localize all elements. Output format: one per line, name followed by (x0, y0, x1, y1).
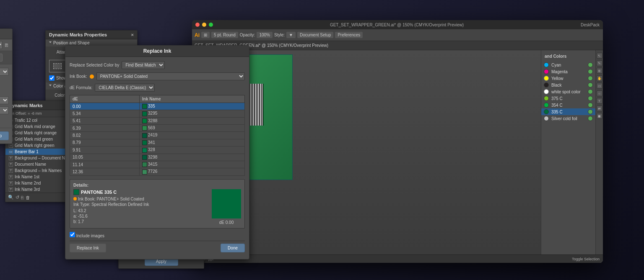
ink-swatch-2419 (142, 133, 147, 138)
color-black: Black (541, 82, 595, 88)
toolbar-round[interactable]: 5 pt. Round (211, 32, 238, 38)
dm-label-trafic: Trafic 12 col (15, 118, 37, 123)
tool-swap[interactable]: ⇄ (597, 105, 602, 111)
dm-properties-title: Dynamic Marks Properties (49, 32, 107, 37)
trap-preset-select[interactable]: Default (0, 41, 3, 49)
ink-name-cell: 3295 (140, 110, 245, 117)
ink-book-detail-label: Ink Book: PANTONE+ Solid Coated (78, 197, 144, 201)
details-right: dE 0.00 (212, 189, 241, 225)
tool-arrow[interactable]: ↖ (597, 53, 602, 59)
ink-book-detail: Ink Book: PANTONE+ Solid Coated (73, 197, 208, 202)
minimize-button[interactable] (202, 23, 206, 27)
de-formula-row: dE Formula: CIELAB Delta E (Classic) (70, 84, 245, 92)
dm-label-ink1: Ink Name 1st (15, 175, 39, 179)
white-spot-swatch (544, 89, 549, 94)
replace-ink-button[interactable]: Replace Ink (70, 244, 106, 252)
document-setup-button[interactable]: Document Setup (297, 32, 334, 38)
color-cyan: Cyan (541, 62, 595, 68)
335c-indicator (588, 109, 593, 114)
toolbar-grid[interactable]: ⊞ (201, 32, 210, 38)
table-row[interactable]: 12.36 7726 (70, 168, 245, 175)
toolbar-opacity-value[interactable]: 100% (257, 32, 273, 38)
details-left: PANTONE 335 C Ink Book: PANTONE+ Solid C… (73, 189, 208, 225)
app-content: ←25→ and Colors Cyan Magenta (192, 50, 603, 263)
pull-back-select[interactable]: Automatic (0, 106, 9, 114)
dm-refresh-icon[interactable]: ↺ (16, 195, 19, 200)
dm-properties-close[interactable]: × (131, 32, 134, 37)
app-titlebar: GET_SET_WRAPPER_GREEN.ai* @ 150% (CMYK/O… (192, 20, 603, 29)
preferences-button[interactable]: Preferences (335, 32, 363, 38)
trap-right-buttons: Cancel Trap (0, 131, 9, 140)
de-formula-select[interactable]: CIELAB Delta E (Classic) (95, 84, 155, 92)
tool-hand[interactable]: ✋ (597, 75, 602, 81)
de-value-label: dE 0.00 (219, 220, 234, 225)
ink-name-cell: 7726 (140, 168, 245, 175)
trap-button[interactable]: Trap (0, 131, 9, 140)
done-button[interactable]: Done (221, 244, 245, 252)
tool-zoom[interactable]: ⊕ (597, 68, 602, 74)
tool-fill[interactable]: ◼ (597, 113, 602, 119)
replace-by-label: Replace Selected Color by (70, 63, 119, 67)
dm-label-bg-ink: Background – Ink Names (15, 168, 62, 173)
dm-label-grid-right-green: Grid Mark right green (15, 143, 54, 148)
ink-book-detail-inner: Ink Book: PANTONE+ Solid Coated (73, 197, 144, 201)
show-both-sides-checkbox[interactable] (49, 75, 55, 81)
dm-copy-icon[interactable]: ⎘ (21, 195, 24, 200)
color-inks-toggle[interactable] (49, 85, 52, 87)
a-value: a: -51.6 (73, 214, 208, 218)
trapping-select[interactable]: Normal Trapping (0, 68, 9, 76)
dm-label-bearer-bar: Bearer Bar 1 (15, 149, 39, 154)
table-row[interactable]: 10.05 3298 (70, 154, 245, 161)
354c-indicator (588, 103, 593, 108)
dm-label-ink2: Ink Name 2nd (15, 181, 41, 185)
toggle-selection[interactable]: Toggle Selection (572, 257, 600, 261)
app-main-canvas[interactable]: ←25→ and Colors Cyan Magenta (192, 50, 603, 263)
color-white-spot: white spot color (541, 88, 595, 95)
replace-by-select[interactable]: Find Best Match (122, 61, 165, 69)
table-row[interactable]: 5.41 3288 (70, 117, 245, 124)
ink-name-cell: 569 (140, 125, 245, 132)
dynamic-marks-title: Dynamic Marks (9, 103, 43, 108)
de-cell: 8.79 (70, 139, 140, 146)
tool-type[interactable]: T (597, 98, 602, 104)
colors-list: Cyan Magenta Yellow (541, 62, 595, 122)
table-row[interactable]: 5.34 3295 (70, 110, 245, 117)
335c-swatch (544, 109, 549, 114)
close-button[interactable] (195, 23, 200, 27)
tool-ellipse[interactable]: ○ (597, 90, 602, 96)
dm-label-grid-mid-green: Grid Mark mid green (15, 137, 53, 141)
table-row[interactable]: 11.14 3415 (70, 161, 245, 168)
toolbar-style[interactable]: ▼ (286, 32, 296, 38)
app-toolbar: Ai ⊞ 5 pt. Round Opacity: 100% Style: ▼ … (192, 29, 603, 41)
dm-icon-bg-doc: T (9, 156, 13, 160)
replace-color-row: Replace Selected Color by Find Best Matc… (70, 61, 245, 69)
include-images-checkbox[interactable] (70, 232, 75, 237)
ink-book-select[interactable]: PANTONE+ Solid Coated (96, 72, 245, 80)
tool-rect[interactable]: ▭ (597, 83, 602, 89)
table-row[interactable]: 0.00 335 (70, 103, 245, 110)
table-row[interactable]: 8.79 341 (70, 139, 245, 146)
include-images-row: Include images (70, 232, 245, 238)
de-cell: 11.14 (70, 161, 140, 168)
maximize-button[interactable] (209, 23, 213, 27)
table-row[interactable]: 8.02 2419 (70, 132, 245, 139)
magenta-swatch (544, 69, 549, 74)
dm-search-icon[interactable]: 🔍 (8, 195, 14, 200)
dm-icon-doc-name: T (9, 162, 13, 167)
position-shape-toggle[interactable] (49, 41, 52, 44)
image-trapping-select[interactable]: Automatic (0, 96, 9, 104)
color-375c: 375 C (541, 95, 595, 102)
trap-dialog: Trap GET_SET_BOTTLE_BLUE Trap Preset: De… (0, 28, 13, 144)
ink-swatch-3295 (142, 111, 147, 116)
dm-delete-icon[interactable]: 🗑 (26, 195, 30, 200)
magenta-indicator (588, 69, 593, 74)
trap-tab-processing[interactable]: Processing (0, 54, 3, 62)
table-row[interactable]: 9.91 328 (70, 146, 245, 154)
table-row[interactable]: 6.39 569 (70, 125, 245, 132)
trap-dialog-tabs: Distance & Direction Color & Shape Proce… (0, 51, 12, 64)
tool-pen[interactable]: ✎ (597, 60, 602, 66)
trap-dialog-buttons: Add Rule Cancel Trap (0, 128, 12, 144)
ink-name-cell: 335 (140, 103, 245, 110)
toolbar-opacity-label: Opacity: (240, 33, 255, 37)
trap-preset-icon[interactable]: 🖹 (4, 43, 9, 48)
